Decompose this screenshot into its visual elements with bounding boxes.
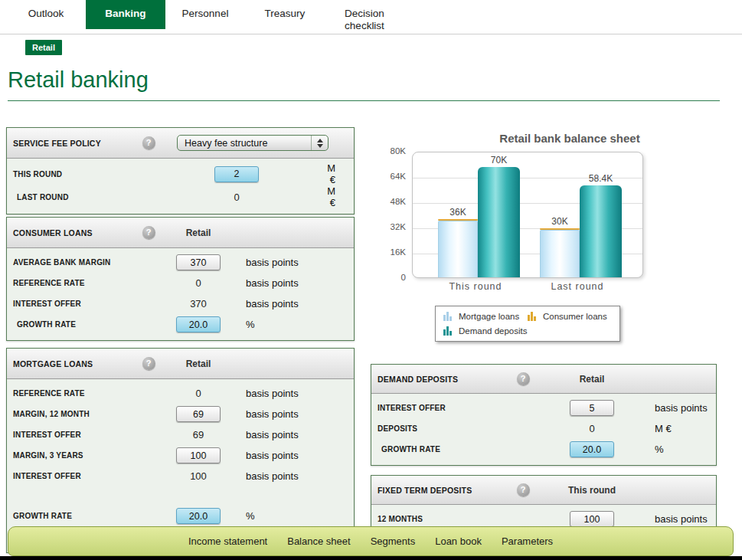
demand-deposits-bar	[580, 185, 622, 277]
consumer-growth-rate-input[interactable]	[176, 316, 221, 332]
chart-plot-area: 36K 70K 30K 58.4K	[412, 152, 643, 278]
link-income-statement[interactable]: Income statement	[188, 535, 267, 547]
bottom-toolbar: Income statement Balance sheet Segments …	[8, 526, 734, 556]
chart-legend: Mortgage loans Consumer loans Demand dep…	[435, 306, 620, 342]
legend-item-demand-deposits: Demand deposits	[443, 326, 528, 336]
column-header: Retail	[168, 359, 229, 369]
table-row: REFERENCE RATE 0 basis points	[13, 383, 348, 404]
table-row: GROWTH RATE %	[13, 506, 348, 526]
mortgage-loans-bar	[438, 221, 478, 277]
x-axis-label: Last round	[535, 281, 619, 292]
subtab-retail[interactable]: Retail	[25, 40, 62, 55]
window-bottom-edge	[0, 556, 742, 560]
help-icon[interactable]: ?	[517, 483, 530, 496]
demand-deposits-legend-icon	[443, 326, 452, 336]
link-balance-sheet[interactable]: Balance sheet	[287, 535, 350, 547]
twelve-months-input[interactable]	[570, 511, 614, 527]
table-row: INTEREST OFFER 100 basis points	[13, 466, 348, 486]
title-divider	[8, 100, 720, 101]
chart-title: Retail bank balance sheet	[371, 132, 731, 145]
consumer-loans-panel: CONSUMER LOANS ? Retail AVERAGE BANK MAR…	[6, 217, 355, 341]
table-row: REFERENCE RATE 0 basis points	[13, 273, 348, 293]
tab-personnel[interactable]: Personnel	[165, 0, 245, 34]
help-icon[interactable]: ?	[142, 357, 155, 370]
bar-group-last-round: 30K 58.4K	[540, 173, 622, 277]
mortgage-loans-legend-icon	[443, 312, 452, 321]
table-row: LAST ROUND 0 M €	[13, 185, 348, 208]
panel-title: FIXED TERM DEPOSITS	[378, 486, 500, 495]
table-row: GROWTH RATE %	[13, 314, 348, 335]
column-header: Retail	[546, 374, 638, 385]
column-header: This round	[546, 485, 638, 496]
panel-title: CONSUMER LOANS	[13, 228, 129, 237]
bar-group-this-round: 36K 70K	[438, 155, 520, 277]
tab-decision-checklist[interactable]: Decision checklist	[325, 0, 404, 34]
table-row: DEPOSITS 0 M €	[378, 418, 710, 439]
panel-title: DEMAND DEPOSITS	[378, 375, 500, 384]
avg-bank-margin-input[interactable]	[176, 254, 221, 270]
demand-deposits-panel: DEMAND DEPOSITS ? Retail INTEREST OFFER …	[371, 364, 717, 466]
table-row: MARGIN, 3 YEARS basis points	[13, 445, 348, 466]
panel-title: SERVICE FEE POLICY	[13, 139, 129, 148]
link-segments[interactable]: Segments	[371, 535, 416, 547]
demand-growth-rate-input[interactable]	[570, 441, 614, 457]
bar-value-label: 36K	[449, 207, 466, 218]
tab-outlook[interactable]: Outlook	[6, 0, 86, 34]
table-row: INTEREST OFFER 370 basis points	[13, 293, 348, 314]
bar-value-label: 30K	[551, 216, 567, 227]
mortgage-loans-bar	[540, 230, 580, 277]
balance-sheet-chart: Retail bank balance sheet 80K 64K 48K 32…	[371, 132, 731, 300]
link-loan-book[interactable]: Loan book	[435, 535, 482, 547]
mortgage-growth-rate-input[interactable]	[176, 508, 221, 524]
bar-value-label: 58.4K	[589, 173, 613, 184]
table-row: INTEREST OFFER 69 basis points	[13, 424, 348, 445]
demand-interest-offer-input[interactable]	[570, 400, 614, 416]
bar-value-label: 70K	[491, 155, 507, 165]
table-row: AVERAGE BANK MARGIN basis points	[13, 252, 348, 273]
tab-banking[interactable]: Banking	[86, 0, 165, 29]
service-fee-policy-select[interactable]: Heavy fee structure	[177, 135, 329, 151]
mortgage-loans-panel: MORTGAGE LOANS ? Retail REFERENCE RATE 0…	[6, 348, 355, 553]
tab-treasury[interactable]: Treasury	[245, 0, 325, 34]
legend-item-mortgage-loans: Mortgage loans	[443, 312, 528, 321]
this-round-fee-input[interactable]	[214, 166, 259, 182]
help-icon[interactable]: ?	[517, 372, 530, 385]
x-axis-label: This round	[433, 281, 518, 292]
panel-title: MORTGAGE LOANS	[13, 359, 129, 368]
table-row: GROWTH RATE %	[378, 439, 710, 460]
select-arrows-icon	[311, 136, 328, 150]
table-row: INTEREST OFFER basis points	[378, 398, 710, 418]
app-screen: Outlook Banking Personnel Treasury Decis…	[0, 0, 742, 560]
table-row: MARGIN, 12 MONTH basis points	[13, 404, 348, 424]
service-fee-policy-panel: SERVICE FEE POLICY ? Heavy fee structure…	[6, 127, 355, 215]
help-icon[interactable]: ?	[142, 226, 155, 239]
margin-12-month-input[interactable]	[176, 406, 221, 422]
link-parameters[interactable]: Parameters	[502, 535, 553, 547]
table-row: THIS ROUND M €	[13, 162, 348, 185]
page-title: Retail banking	[8, 67, 149, 93]
top-nav: Outlook Banking Personnel Treasury Decis…	[0, 0, 742, 34]
margin-3-years-input[interactable]	[176, 447, 221, 463]
help-icon[interactable]: ?	[142, 136, 155, 149]
legend-item-consumer-loans: Consumer loans	[528, 312, 612, 321]
demand-deposits-bar	[478, 167, 520, 277]
column-header: Retail	[168, 228, 229, 238]
consumer-loans-legend-icon	[528, 312, 536, 321]
